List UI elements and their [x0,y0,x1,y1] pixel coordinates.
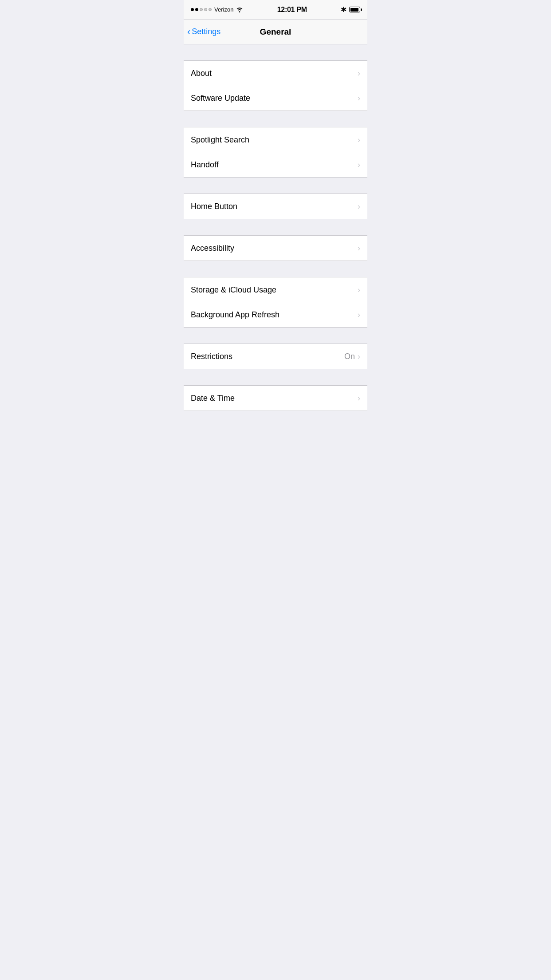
software-update-label: Software Update [191,94,250,103]
signal-dot-2 [195,8,198,11]
handoff-right: › [358,160,360,170]
section-datetime: Date & Time › [184,385,367,411]
restrictions-right: On › [344,352,360,361]
row-background-app-refresh[interactable]: Background App Refresh › [184,302,367,327]
accessibility-chevron-icon: › [358,244,360,253]
section-gap-5 [184,261,367,277]
about-right: › [358,69,360,78]
restrictions-chevron-icon: › [358,352,360,361]
about-label: About [191,69,212,78]
handoff-chevron-icon: › [358,160,360,170]
spotlight-search-chevron-icon: › [358,135,360,145]
row-about[interactable]: About › [184,61,367,86]
section-gap-3 [184,178,367,194]
status-left: Verizon [191,6,243,13]
software-update-right: › [358,94,360,103]
date-time-chevron-icon: › [358,394,360,403]
signal-dot-3 [200,8,203,11]
status-bar: Verizon 12:01 PM ✱ [184,0,367,20]
row-accessibility[interactable]: Accessibility › [184,236,367,261]
settings-content: About › Software Update › Spotlight Sear… [184,44,367,427]
software-update-chevron-icon: › [358,94,360,103]
section-gap-6 [184,328,367,344]
wifi-icon [236,7,243,12]
restrictions-label: Restrictions [191,352,232,361]
row-storage-icloud[interactable]: Storage & iCloud Usage › [184,277,367,302]
handoff-label: Handoff [191,160,219,170]
row-spotlight-search[interactable]: Spotlight Search › [184,127,367,152]
background-app-refresh-chevron-icon: › [358,310,360,320]
battery-fill [350,8,358,12]
row-restrictions[interactable]: Restrictions On › [184,344,367,369]
signal-dot-5 [209,8,212,11]
signal-dot-4 [204,8,207,11]
page-title: General [260,27,291,37]
section-accessibility: Accessibility › [184,235,367,261]
bluetooth-icon: ✱ [341,5,346,14]
restrictions-value: On [344,352,355,361]
background-app-refresh-label: Background App Refresh [191,310,279,320]
row-home-button[interactable]: Home Button › [184,194,367,219]
section-storage: Storage & iCloud Usage › Background App … [184,277,367,328]
row-date-time[interactable]: Date & Time › [184,386,367,411]
section-gap-1 [184,44,367,60]
status-right: ✱ [341,5,360,14]
home-button-right: › [358,202,360,211]
home-button-chevron-icon: › [358,202,360,211]
section-home: Home Button › [184,194,367,219]
section-spotlight: Spotlight Search › Handoff › [184,127,367,178]
back-chevron-icon: ‹ [187,27,190,37]
about-chevron-icon: › [358,69,360,78]
signal-dots [191,8,212,11]
date-time-right: › [358,394,360,403]
spotlight-search-right: › [358,135,360,145]
section-restrictions: Restrictions On › [184,344,367,369]
section-gap-7 [184,369,367,385]
date-time-label: Date & Time [191,394,235,403]
accessibility-right: › [358,244,360,253]
accessibility-label: Accessibility [191,244,234,253]
row-handoff[interactable]: Handoff › [184,152,367,177]
storage-icloud-right: › [358,285,360,295]
section-about: About › Software Update › [184,60,367,111]
spotlight-search-label: Spotlight Search [191,135,249,145]
section-gap-2 [184,111,367,127]
home-button-label: Home Button [191,202,237,211]
back-label: Settings [192,27,220,36]
status-time: 12:01 PM [277,6,307,14]
row-software-update[interactable]: Software Update › [184,86,367,111]
background-app-refresh-right: › [358,310,360,320]
section-gap-8 [184,411,367,427]
back-button[interactable]: ‹ Settings [187,27,220,37]
section-gap-4 [184,219,367,235]
carrier-label: Verizon [214,6,233,13]
storage-icloud-label: Storage & iCloud Usage [191,285,276,295]
battery-indicator [349,7,360,12]
storage-icloud-chevron-icon: › [358,285,360,295]
navigation-bar: ‹ Settings General [184,20,367,44]
signal-dot-1 [191,8,194,11]
